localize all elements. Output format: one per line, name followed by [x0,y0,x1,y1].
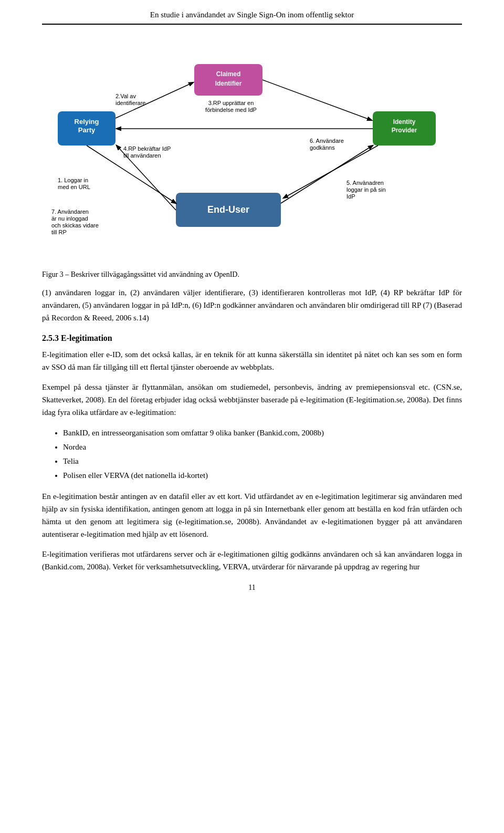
page-header: En studie i användandet av Single Sign-O… [42,11,462,25]
step5-text3: IdP [346,193,355,200]
paragraph2: E-legitimation eller e-ID, som det också… [42,348,462,373]
identity-provider-text2: Provider [392,127,417,134]
section-heading: 2.5.3 E-legitimation [42,334,462,343]
diagram-container: Relying Party Claimed Identifier Identit… [42,35,462,261]
step7-text2: är nu inloggad [51,215,88,222]
list-item: Telia [63,454,462,468]
step5-text: 5. Använadren [346,180,384,186]
list-item: BankID, en intresseorganisation som omfa… [63,426,462,440]
arrow-ci-idp [262,80,372,120]
paragraph4: En e-legitimation består antingen av en … [42,490,462,540]
page: En studie i användandet av Single Sign-O… [0,0,504,613]
step7-text3: och skickas vidare [51,222,99,228]
step3-text: 3.RP upprättar en [208,100,254,106]
list-item: Nordea [63,440,462,454]
step5-text2: loggar in på sin [346,186,386,193]
step3-text2: förbindelse med IdP [205,107,257,113]
claimed-identifier-text: Claimed [216,70,241,78]
page-number: 11 [42,584,462,592]
step6-text: 6. Användare [310,138,344,144]
paragraph3: Exempel på dessa tjänster är flyttanmäla… [42,381,462,419]
diagram-svg: Relying Party Claimed Identifier Identit… [42,35,462,261]
step2-text2: identifierare [116,100,145,106]
identity-provider-text: Identity [393,118,416,126]
step4-text: 4.RP bekräftar IdP [123,145,171,152]
step7-text4: till RP [51,229,67,235]
bullet-list: BankID, en intresseorganisation som omfa… [63,426,462,483]
step1-text2: med en URL [58,184,90,190]
paragraph5: E-legitimation verifieras mot utfärdaren… [42,548,462,573]
paragraph1: (1) användaren loggar in, (2) användaren… [42,286,462,324]
figure-caption: Figur 3 – Beskriver tillvägagångssättet … [42,270,462,279]
step1-text: 1. Loggar in [58,177,88,183]
step4-text2: till användaren [123,152,161,159]
end-user-text: End-User [207,204,249,215]
step2-text: 2.Val av [116,93,136,99]
header-title: En studie i användandet av Single Sign-O… [150,11,354,19]
list-item: Polisen eller VERVA (det nationella id-k… [63,468,462,483]
claimed-identifier-text2: Identifier [215,80,242,87]
step7-text: 7. Användaren [51,209,89,215]
step6-text2: godkänns [310,144,335,151]
relying-party-text: Relying [75,118,99,126]
relying-party-text2: Party [78,126,96,134]
